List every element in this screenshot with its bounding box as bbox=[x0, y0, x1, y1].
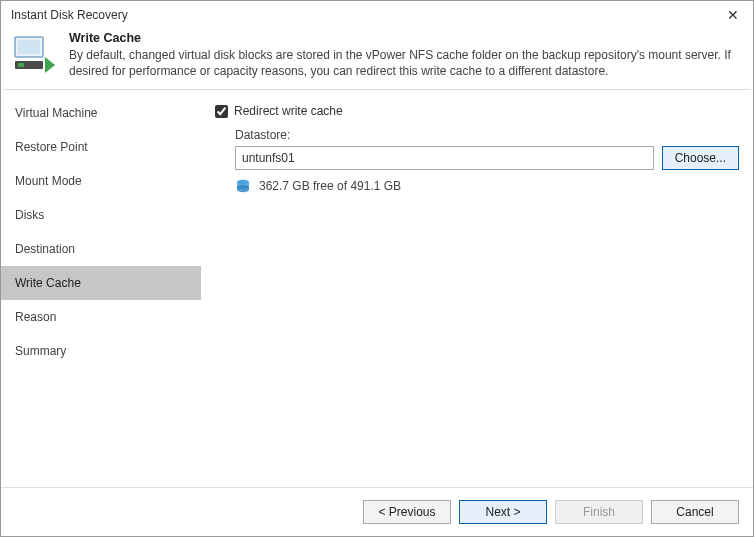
header: Write Cache By default, changed virtual … bbox=[1, 27, 753, 89]
sidebar: Virtual Machine Restore Point Mount Mode… bbox=[1, 90, 201, 487]
svg-rect-1 bbox=[18, 40, 40, 54]
sidebar-item-disks[interactable]: Disks bbox=[1, 198, 201, 232]
sidebar-item-restore-point[interactable]: Restore Point bbox=[1, 130, 201, 164]
redirect-write-cache-checkbox[interactable] bbox=[215, 105, 228, 118]
window-title: Instant Disk Recovery bbox=[11, 8, 128, 22]
sidebar-item-summary[interactable]: Summary bbox=[1, 334, 201, 368]
page-title: Write Cache bbox=[69, 31, 741, 45]
redirect-write-cache-label: Redirect write cache bbox=[234, 104, 343, 118]
datastore-disk-icon bbox=[235, 178, 251, 194]
sidebar-item-destination[interactable]: Destination bbox=[1, 232, 201, 266]
cancel-button[interactable]: Cancel bbox=[651, 500, 739, 524]
finish-button: Finish bbox=[555, 500, 643, 524]
sidebar-item-mount-mode[interactable]: Mount Mode bbox=[1, 164, 201, 198]
svg-rect-3 bbox=[18, 63, 24, 67]
previous-button[interactable]: < Previous bbox=[363, 500, 451, 524]
page-description: By default, changed virtual disk blocks … bbox=[69, 47, 741, 79]
sidebar-item-write-cache[interactable]: Write Cache bbox=[1, 266, 201, 300]
next-button[interactable]: Next > bbox=[459, 500, 547, 524]
free-space-text: 362.7 GB free of 491.1 GB bbox=[259, 179, 401, 193]
disk-recovery-icon bbox=[13, 35, 57, 75]
close-icon[interactable]: ✕ bbox=[723, 7, 743, 23]
datastore-label: Datastore: bbox=[235, 128, 739, 142]
datastore-input[interactable] bbox=[235, 146, 654, 170]
content-panel: Redirect write cache Datastore: Choose..… bbox=[201, 90, 753, 487]
choose-button[interactable]: Choose... bbox=[662, 146, 739, 170]
sidebar-item-reason[interactable]: Reason bbox=[1, 300, 201, 334]
footer: < Previous Next > Finish Cancel bbox=[1, 487, 753, 536]
sidebar-item-virtual-machine[interactable]: Virtual Machine bbox=[1, 96, 201, 130]
